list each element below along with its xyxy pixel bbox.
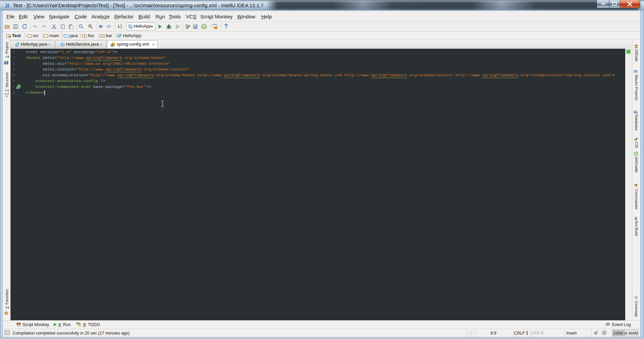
svg-text:01: 01 [120, 27, 122, 29]
svg-text:JS: JS [202, 25, 205, 28]
svg-text:<>: <> [215, 27, 217, 29]
svg-text:c: c [118, 34, 120, 37]
svg-text:c: c [61, 43, 63, 46]
svg-text:c: c [16, 43, 17, 47]
svg-text:A: A [89, 25, 91, 28]
